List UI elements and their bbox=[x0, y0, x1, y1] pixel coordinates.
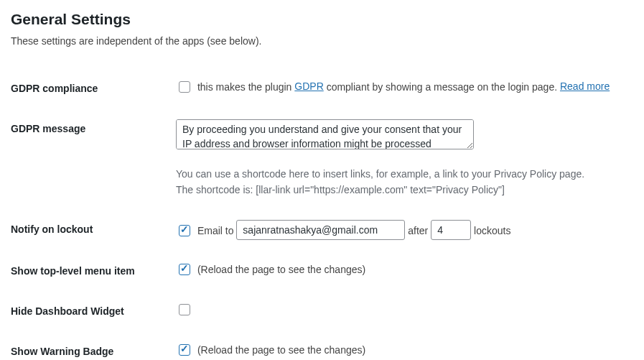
notify-lockout-label: Notify on lockout bbox=[11, 209, 169, 251]
gdpr-compliance-checkbox[interactable] bbox=[179, 81, 190, 93]
gdpr-text-before: this makes the plugin bbox=[197, 81, 294, 93]
settings-table: GDPR compliance this makes the plugin GD… bbox=[11, 68, 633, 360]
gdpr-compliance-label: GDPR compliance bbox=[11, 68, 169, 109]
show-warning-note: (Reload the page to see the changes) bbox=[197, 344, 365, 356]
lockouts-count-input[interactable] bbox=[431, 220, 471, 240]
section-description: These settings are independent of the ap… bbox=[11, 35, 633, 47]
gdpr-message-textarea[interactable]: By proceeding you understand and give yo… bbox=[176, 119, 474, 149]
gdpr-link[interactable]: GDPR bbox=[294, 80, 323, 92]
gdpr-text-after: compliant by showing a message on the lo… bbox=[324, 81, 560, 93]
show-menu-note: (Reload the page to see the changes) bbox=[197, 264, 365, 275]
gdpr-message-label: GDPR message bbox=[11, 109, 169, 209]
lockouts-text: lockouts bbox=[474, 225, 510, 236]
section-title: General Settings bbox=[11, 11, 633, 28]
show-warning-label: Show Warning Badge bbox=[11, 331, 169, 360]
read-more-link[interactable]: Read more bbox=[560, 80, 610, 92]
show-menu-label: Show top-level menu item bbox=[11, 251, 169, 291]
notify-lockout-checkbox[interactable] bbox=[179, 225, 190, 236]
after-text: after bbox=[408, 225, 428, 236]
hide-dashboard-label: Hide Dashboard Widget bbox=[11, 291, 169, 331]
email-to-text: Email to bbox=[197, 225, 234, 236]
gdpr-hint-line1: You can use a shortcode here to insert l… bbox=[176, 166, 626, 182]
hide-dashboard-checkbox[interactable] bbox=[179, 304, 190, 315]
gdpr-hint-line2: The shortcode is: [llar-link url="https:… bbox=[176, 182, 626, 198]
gdpr-hint: You can use a shortcode here to insert l… bbox=[176, 166, 626, 198]
show-menu-checkbox[interactable] bbox=[179, 264, 190, 275]
notify-email-input[interactable] bbox=[236, 220, 405, 240]
show-warning-checkbox[interactable] bbox=[179, 344, 190, 356]
